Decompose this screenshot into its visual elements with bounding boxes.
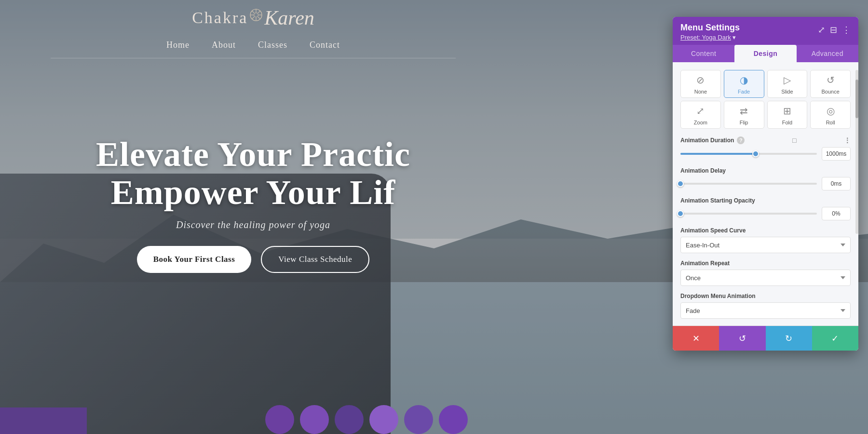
dropdown-anim-control: Dropdown Menu Animation Fade Slide None — [680, 293, 851, 319]
panel-tabs: Content Design Advanced — [673, 45, 858, 62]
panel-scrollbar-thumb[interactable] — [855, 80, 858, 118]
nav-item-about[interactable]: About — [208, 38, 240, 52]
anim-option-zoom[interactable]: ⤢ Zoom — [680, 101, 721, 129]
duration-slider-fill — [680, 153, 756, 155]
bottom-bar — [0, 407, 87, 434]
delay-label: Animation Delay — [680, 167, 851, 174]
anim-option-slide[interactable]: ▷ Slide — [767, 70, 808, 98]
reset-icon: ↺ — [739, 333, 746, 344]
opacity-slider-track[interactable] — [680, 213, 817, 215]
anim-option-none[interactable]: ⊘ None — [680, 70, 721, 98]
redo-icon: ↻ — [785, 333, 792, 344]
nav-item-classes[interactable]: Classes — [254, 38, 291, 52]
hero-text: Elevate Your Practic Empower Your Lif Di… — [96, 136, 410, 273]
tab-design[interactable]: Design — [734, 45, 796, 62]
fade-label: Fade — [738, 89, 750, 95]
panel-scrollbar[interactable] — [855, 70, 858, 234]
anim-option-roll[interactable]: ◎ Roll — [810, 101, 851, 129]
circle-6 — [439, 405, 468, 434]
anim-option-fade[interactable]: ◑ Fade — [724, 70, 764, 98]
opacity-control: Animation Starting Opacity 0% — [680, 197, 851, 220]
duration-help-icon[interactable]: ? — [737, 136, 745, 144]
circle-4 — [369, 405, 398, 434]
hero-heading-line2: Empower Your Lif — [111, 173, 396, 212]
circles-row — [265, 405, 468, 434]
speed-curve-control: Animation Speed Curve Ease-In-Out Linear… — [680, 227, 851, 253]
repeat-select[interactable]: Once Loop Ping-Pong — [680, 270, 851, 286]
duration-desktop-icon[interactable]: □ — [792, 136, 796, 144]
bounce-label: Bounce — [821, 89, 839, 95]
speed-curve-label: Animation Speed Curve — [680, 227, 851, 234]
svg-line-6 — [252, 11, 254, 13]
circle-1 — [265, 405, 294, 434]
hero-buttons: Book Your First Class View Class Schedul… — [96, 246, 410, 273]
repeat-control: Animation Repeat Once Loop Ping-Pong — [680, 260, 851, 286]
panel-footer: ✕ ↺ ↻ ✓ — [673, 326, 858, 351]
delay-slider-row: 0ms — [680, 177, 851, 190]
panel-header: Menu Settings Preset: Yoga Dark ▾ ⤢ ⊟ ⋮ — [673, 17, 858, 45]
slide-label: Slide — [781, 89, 793, 95]
expand-icon[interactable]: ⤢ — [818, 25, 825, 35]
duration-slider-row: 1000ms — [680, 147, 851, 161]
hero-heading: Elevate Your Practic Empower Your Lif — [96, 136, 410, 212]
redo-button[interactable]: ↻ — [766, 326, 812, 351]
duration-more-icon[interactable]: ⋮ — [844, 136, 851, 144]
view-schedule-button[interactable]: View Class Schedule — [261, 246, 369, 273]
dropdown-anim-select[interactable]: Fade Slide None — [680, 302, 851, 319]
circle-5 — [404, 405, 433, 434]
fold-label: Fold — [782, 120, 792, 125]
book-first-class-button[interactable]: Book Your First Class — [137, 246, 252, 273]
panel-title: Menu Settings — [680, 23, 740, 33]
flip-label: Flip — [740, 120, 748, 125]
cancel-icon: ✕ — [692, 333, 700, 344]
delay-value: 0ms — [822, 177, 851, 190]
site-header: Chakra Karen — [0, 0, 506, 58]
duration-slider-track[interactable] — [680, 153, 817, 155]
zoom-label: Zoom — [694, 120, 707, 125]
dropdown-anim-label: Dropdown Menu Animation — [680, 293, 851, 299]
bounce-icon: ↺ — [823, 73, 838, 87]
logo-title: Chakra Karen — [192, 9, 314, 29]
circle-3 — [335, 405, 364, 434]
delay-slider-thumb[interactable] — [677, 180, 684, 187]
columns-icon[interactable]: ⊟ — [830, 25, 837, 35]
save-icon: ✓ — [831, 333, 839, 344]
panel-header-icons: ⤢ ⊟ ⋮ — [818, 25, 851, 35]
flip-icon: ⇄ — [736, 104, 752, 118]
svg-line-7 — [258, 17, 260, 19]
reset-button[interactable]: ↺ — [719, 326, 765, 351]
panel-header-left: Menu Settings Preset: Yoga Dark ▾ — [680, 23, 740, 41]
opacity-label: Animation Starting Opacity — [680, 197, 851, 204]
hero-subtext: Discover the healing power of yoga — [96, 219, 410, 231]
opacity-slider-thumb[interactable] — [677, 210, 684, 217]
tab-content[interactable]: Content — [673, 45, 734, 62]
svg-line-9 — [252, 17, 254, 19]
zoom-icon: ⤢ — [693, 104, 708, 118]
panel-body: ⊘ None ◑ Fade ▷ Slide ↺ Bounce ⤢ Zoom — [673, 62, 858, 319]
nav-item-home[interactable]: Home — [163, 38, 193, 52]
speed-curve-select[interactable]: Ease-In-Out Linear Ease-In Ease-Out — [680, 237, 851, 253]
more-options-icon[interactable]: ⋮ — [842, 25, 851, 35]
save-button[interactable]: ✓ — [812, 326, 858, 351]
opacity-value: 0% — [822, 207, 851, 220]
duration-slider-thumb[interactable] — [752, 150, 759, 157]
anim-option-bounce[interactable]: ↺ Bounce — [810, 70, 851, 98]
delay-slider-track[interactable] — [680, 183, 817, 185]
settings-panel: Menu Settings Preset: Yoga Dark ▾ ⤢ ⊟ ⋮ … — [673, 17, 858, 351]
anim-option-flip[interactable]: ⇄ Flip — [724, 101, 764, 129]
nav-item-contact[interactable]: Contact — [306, 38, 344, 52]
duration-value: 1000ms — [822, 147, 851, 161]
anim-option-fold[interactable]: ⊞ Fold — [767, 101, 808, 129]
logo-symbol-icon — [249, 8, 263, 22]
fold-icon: ⊞ — [779, 104, 795, 118]
roll-icon: ◎ — [823, 104, 838, 118]
hero-heading-line1: Elevate Your Practic — [96, 135, 410, 174]
opacity-slider-row: 0% — [680, 207, 851, 220]
tab-advanced[interactable]: Advanced — [797, 45, 858, 62]
cancel-button[interactable]: ✕ — [673, 326, 719, 351]
logo-chakra-text: Chakra — [192, 9, 248, 27]
logo-karen-text: Karen — [264, 6, 314, 29]
repeat-label: Animation Repeat — [680, 260, 851, 267]
svg-line-8 — [258, 11, 260, 13]
none-label: None — [694, 89, 707, 95]
